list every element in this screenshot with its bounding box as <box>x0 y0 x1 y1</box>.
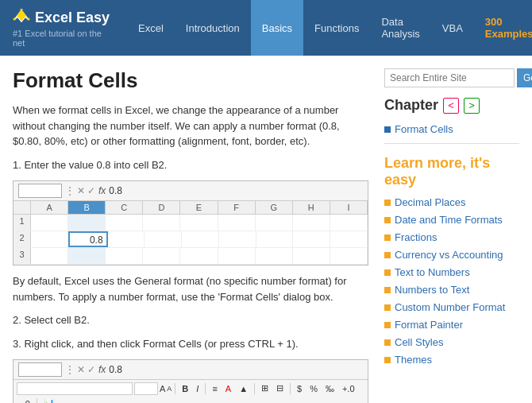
text-to-numbers-link[interactable]: Text to Numbers <box>395 266 470 278</box>
sep-4 <box>290 383 291 394</box>
nav-data-analysis[interactable]: Data Analysis <box>370 0 430 56</box>
cell-E1-1[interactable] <box>180 215 218 231</box>
percent-btn[interactable]: % <box>306 382 321 395</box>
italic-btn[interactable]: I <box>193 382 202 395</box>
cell-A2-1[interactable] <box>31 231 68 247</box>
date-time-link[interactable]: Date and Time Formats <box>395 214 503 226</box>
font-selector[interactable]: Calibri <box>17 382 133 395</box>
chart-btn[interactable]: 📊 <box>40 397 58 403</box>
bold-btn[interactable]: B <box>179 382 191 395</box>
sidebar: Go Chapter < > Format Cells Learn more, … <box>384 68 519 403</box>
row-header-3-1: 3 <box>13 248 31 264</box>
cell-B2-1[interactable]: 0.8 <box>68 231 108 247</box>
col-A-1: A <box>31 201 68 214</box>
cell-F3-1[interactable] <box>218 248 256 264</box>
sep-1 <box>175 383 175 394</box>
page-title: Format Cells <box>13 68 368 93</box>
cell-A3-1[interactable] <box>31 248 68 264</box>
row-header-1-1: 1 <box>13 215 31 231</box>
row-1-1: 1 <box>13 215 368 231</box>
chapter-nav: Chapter < > <box>384 97 519 114</box>
decimal-places-link[interactable]: Decimal Places <box>395 196 466 208</box>
sidebar-link-text-to-numbers: Text to Numbers <box>384 266 519 278</box>
currency-link[interactable]: Currency vs Accounting <box>395 249 503 261</box>
bullet-custom-format <box>384 304 391 311</box>
cancel-icon-2: ✕ <box>77 364 85 375</box>
col-D-1: D <box>143 201 180 214</box>
corner-cell-1 <box>13 201 31 214</box>
step2-label: 2. Select cell B2. <box>13 312 368 328</box>
sep-3 <box>254 383 255 394</box>
cell-D2-1[interactable] <box>145 231 182 247</box>
cell-I3-1[interactable] <box>330 248 368 264</box>
cell-I2-1[interactable] <box>330 231 368 247</box>
fractions-link[interactable]: Fractions <box>395 231 437 243</box>
cell-F2-1[interactable] <box>219 231 256 247</box>
header: Excel Easy #1 Excel tutorial on the net … <box>0 0 532 56</box>
cell-D1-1[interactable] <box>143 215 180 231</box>
font-color-btn[interactable]: A <box>222 382 234 395</box>
name-box-2[interactable]: B2 <box>18 362 62 377</box>
cell-D3-1[interactable] <box>143 248 180 264</box>
dec-dec-btn[interactable]: -.0 <box>17 397 33 404</box>
nav-basics[interactable]: Basics <box>251 0 303 56</box>
border-btn[interactable]: ⊞ <box>258 382 272 395</box>
cell-A1-1[interactable] <box>31 215 68 231</box>
nav-functions[interactable]: Functions <box>303 0 370 56</box>
excel-grid-1: A B C D E F G H I 1 <box>13 201 368 265</box>
cell-C1-1[interactable] <box>106 215 143 231</box>
comma-btn[interactable]: ‰ <box>322 382 337 395</box>
cell-F1-1[interactable] <box>218 215 256 231</box>
cell-E2-1[interactable] <box>182 231 219 247</box>
format-painter-link[interactable]: Format Painter <box>395 319 463 331</box>
nav-excel[interactable]: Excel <box>127 0 175 56</box>
confirm-icon-2: ✓ <box>87 364 95 375</box>
col-C-1: C <box>106 201 143 214</box>
main-content: Format Cells When we format cells in Exc… <box>13 68 368 403</box>
sidebar-link-decimal: Decimal Places <box>384 196 519 208</box>
chapter-prev-button[interactable]: < <box>443 98 459 114</box>
fill-color-btn[interactable]: ▲ <box>236 382 251 395</box>
cell-E3-1[interactable] <box>180 248 218 264</box>
custom-format-link[interactable]: Custom Number Format <box>395 301 505 313</box>
cell-H2-1[interactable] <box>293 231 330 247</box>
cell-styles-link[interactable]: Cell Styles <box>395 336 443 348</box>
format-cells-link[interactable]: Format Cells <box>395 123 453 135</box>
nav-introduction[interactable]: Introduction <box>175 0 251 56</box>
cell-H1-1[interactable] <box>293 215 330 231</box>
sidebar-link-datetime: Date and Time Formats <box>384 214 519 226</box>
col-I-1: I <box>330 201 368 214</box>
formula-value-1: 0.8 <box>109 185 122 196</box>
bullet-datetime <box>384 217 391 223</box>
cell-G3-1[interactable] <box>256 248 293 264</box>
current-chapter-link: Format Cells <box>384 123 519 144</box>
cell-G2-1[interactable] <box>256 231 294 247</box>
chapter-next-button[interactable]: > <box>464 98 480 114</box>
nav-vba[interactable]: VBA <box>431 0 474 56</box>
cell-G1-1[interactable] <box>256 215 293 231</box>
col-headers-1: A B C D E F G H I <box>13 201 368 215</box>
themes-link[interactable]: Themes <box>395 354 432 366</box>
cell-C2-1[interactable] <box>108 231 145 247</box>
formula-label-1: fx <box>98 185 106 196</box>
bullet-numbers-to-text <box>384 287 391 293</box>
numbers-to-text-link[interactable]: Numbers to Text <box>395 284 469 296</box>
align-left-btn[interactable]: ≡ <box>209 382 220 395</box>
name-box-1[interactable]: B2 <box>18 184 62 198</box>
search-input[interactable] <box>384 68 515 87</box>
nav-300-examples[interactable]: 300 Examples <box>474 0 532 56</box>
search-button[interactable]: Go <box>517 68 532 87</box>
cell-B1-1[interactable] <box>68 215 106 231</box>
bullet-fractions <box>384 234 391 241</box>
dollar-btn[interactable]: $ <box>294 382 305 395</box>
cell-C3-1[interactable] <box>106 248 143 264</box>
cell-B3-1[interactable] <box>68 248 106 264</box>
excel-spreadsheet-1: B2 ⋮ ✕ ✓ fx 0.8 A B C D E F G <box>13 180 368 265</box>
merge-btn[interactable]: ⊟ <box>273 382 287 395</box>
dec-inc-btn[interactable]: +.0 <box>339 382 358 395</box>
col-H-1: H <box>293 201 330 214</box>
cell-H3-1[interactable] <box>293 248 330 264</box>
confirm-icon: ✓ <box>87 185 95 196</box>
cell-I1-1[interactable] <box>330 215 368 231</box>
size-selector[interactable]: 11 <box>134 382 158 395</box>
